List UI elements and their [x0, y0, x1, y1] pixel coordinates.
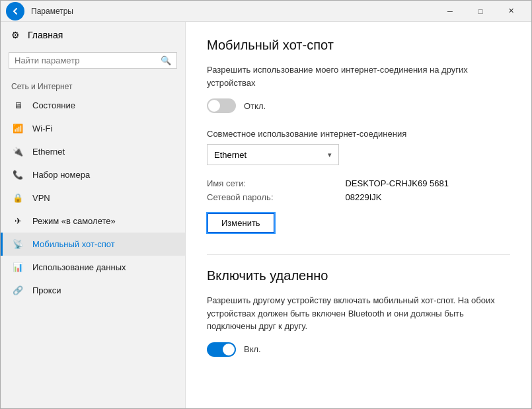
sidebar-item-dialup[interactable]: 📞Набор номера [1, 163, 185, 186]
search-box[interactable]: 🔍 [9, 52, 177, 69]
sidebar-item-label: Состояние [32, 100, 75, 110]
dropdown-row: Ethernet ▾ [207, 144, 510, 165]
remote-toggle[interactable] [207, 342, 236, 357]
hotspot-toggle[interactable] [207, 98, 236, 113]
chevron-down-icon: ▾ [328, 151, 332, 159]
toggle1-row: Откл. [207, 98, 510, 113]
sidebar-item-status[interactable]: 🖥Состояние [1, 94, 185, 117]
sidebar-item-label: Мобильный хот-спот [32, 239, 115, 249]
content-area: ⚙ Главная 🔍 Сеть и Интернет 🖥Состояние📶W… [1, 22, 531, 408]
status-icon: 🖥 [11, 100, 24, 110]
network-password-label: Сетевой пароль: [207, 192, 334, 202]
window-title: Параметры [31, 7, 435, 16]
section2-title: Включить удаленно [207, 268, 510, 283]
sidebar-item-wifi[interactable]: 📶Wi-Fi [1, 117, 185, 140]
wifi-icon: 📶 [11, 124, 24, 133]
airplane-icon: ✈ [11, 216, 24, 226]
ethernet-icon: 🔌 [11, 147, 24, 157]
datausage-icon: 📊 [11, 262, 24, 272]
network-name-value: DESKTOP-CRHJK69 5681 [345, 178, 510, 188]
sidebar-item-label: Ethernet [32, 147, 65, 157]
network-password-value: 08229IJK [345, 192, 510, 202]
toggle1-label: Откл. [244, 101, 266, 111]
home-label: Главная [28, 30, 63, 40]
sidebar-item-vpn[interactable]: 🔒VPN [1, 186, 185, 209]
section1-desc: Разрешить использование моего интернет-с… [207, 63, 510, 89]
window: Параметры ─ □ ✕ ⚙ Главная 🔍 Сеть и Интер… [0, 0, 532, 409]
sidebar-nav: 🖥Состояние📶Wi-Fi🔌Ethernet📞Набор номера🔒V… [1, 94, 185, 302]
toggle2-label: Вкл. [244, 344, 261, 354]
sidebar-item-label: Набор номера [32, 170, 90, 180]
connection-dropdown[interactable]: Ethernet ▾ [207, 144, 339, 165]
sidebar-item-home[interactable]: ⚙ Главная [1, 22, 185, 48]
back-button[interactable] [6, 2, 24, 20]
close-button[interactable]: ✕ [496, 1, 526, 22]
toggle2-row: Вкл. [207, 342, 510, 357]
vpn-icon: 🔒 [11, 193, 24, 203]
sidebar-item-datausage[interactable]: 📊Использование данных [1, 256, 185, 279]
sidebar-item-label: Wi-Fi [32, 124, 52, 133]
search-icon: 🔍 [161, 56, 171, 65]
sidebar-item-airplane[interactable]: ✈Режим «в самолете» [1, 209, 185, 233]
section1-title: Мобильный хот-спот [207, 38, 510, 53]
window-controls: ─ □ ✕ [435, 1, 526, 22]
network-name-label: Имя сети: [207, 178, 334, 188]
sidebar-item-label: Использование данных [32, 262, 126, 272]
sidebar-item-label: Режим «в самолете» [32, 216, 116, 226]
maximize-button[interactable]: □ [465, 1, 496, 22]
sidebar-section-label: Сеть и Интернет [1, 77, 185, 94]
sidebar-item-label: VPN [32, 193, 50, 203]
sidebar-item-hotspot[interactable]: 📡Мобильный хот-спот [1, 233, 185, 256]
sidebar-item-label: Прокси [32, 285, 61, 295]
main-panel: Мобильный хот-спот Разрешить использован… [186, 22, 531, 408]
sharing-label: Совместное использование интернет-соедин… [207, 129, 510, 139]
titlebar: Параметры ─ □ ✕ [1, 1, 531, 22]
dropdown-value: Ethernet [214, 150, 247, 160]
minimize-button[interactable]: ─ [435, 1, 465, 22]
divider [207, 254, 510, 255]
dialup-icon: 📞 [11, 170, 24, 180]
network-info: Имя сети: DESKTOP-CRHJK69 5681 Сетевой п… [207, 178, 510, 202]
sidebar-item-proxy[interactable]: 🔗Прокси [1, 279, 185, 302]
section2-desc: Разрешить другому устройству включать мо… [207, 294, 510, 333]
sidebar: ⚙ Главная 🔍 Сеть и Интернет 🖥Состояние📶W… [1, 22, 186, 408]
sidebar-item-ethernet[interactable]: 🔌Ethernet [1, 140, 185, 163]
change-button[interactable]: Изменить [207, 213, 275, 233]
hotspot-icon: 📡 [11, 239, 24, 249]
search-input[interactable] [15, 56, 157, 65]
proxy-icon: 🔗 [11, 285, 24, 295]
home-icon: ⚙ [11, 30, 20, 40]
